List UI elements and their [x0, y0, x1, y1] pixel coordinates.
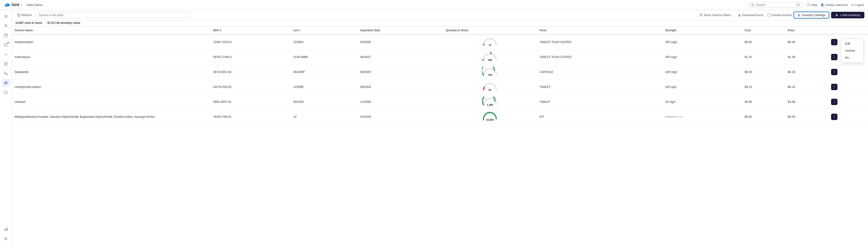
table-row: Acetaminophen71687-3102-412345A03/2028 1… — [12, 34, 868, 50]
sidebar: ⊞ ⚙ — [0, 10, 12, 245]
table-search-input[interactable] — [39, 13, 187, 17]
sidebar-item-grid[interactable]: ⊞ — [2, 12, 10, 20]
col-price[interactable]: Price — [785, 27, 828, 34]
cell-generic-name: Methylprednisolone Acetate, Lidocaine Hy… — [12, 110, 211, 124]
row-actions-button[interactable]: ⋮ — [831, 99, 837, 105]
cell-form: TABLET — [537, 80, 662, 94]
help-nav-item[interactable]: ? Help — [806, 3, 817, 7]
sidebar-item-settings[interactable]: ⚙ — [2, 235, 10, 243]
download-icon — [738, 13, 741, 17]
cell-ndc: 71687-3102-4 — [211, 34, 290, 50]
logout-nav-item[interactable]: ↪ Logout — [851, 3, 864, 7]
cell-cost: $0.98 — [742, 94, 785, 110]
download-excel-button[interactable]: Download Excel — [736, 12, 765, 18]
sidebar-item-folder[interactable] — [2, 88, 10, 96]
inventory-table-container: Generic Name ↑ NDC # Lot # Expiration Da… — [12, 27, 868, 245]
cell-strength: 10 mg/1 — [662, 94, 742, 110]
main-layout: ⊞ ⚙ — [0, 10, 868, 245]
cell-ndc: 59762-2198-3 — [211, 50, 290, 64]
row-actions-button[interactable]: ⋮ — [831, 84, 837, 90]
cell-ndc: 51079-443-20 — [211, 80, 290, 94]
settings-gear-icon — [797, 13, 801, 17]
context-menu-rx[interactable]: Rx — [841, 54, 863, 61]
cell-generic-name: Acetaminophen — [12, 34, 211, 50]
cell-generic-name: Gabapentin — [12, 64, 211, 80]
sidebar-item-documents[interactable] — [2, 60, 10, 68]
inventory-settings-button[interactable]: Inventory Settings — [794, 12, 829, 18]
sidebar-item-calendar[interactable] — [2, 31, 10, 39]
sidebar-item-users[interactable] — [2, 22, 10, 30]
row-actions-button[interactable]: ⋮ — [831, 39, 837, 45]
svg-text:769: 769 — [488, 73, 492, 76]
table-row: Levothyroxine sodium51079-443-2012345B09… — [12, 80, 868, 94]
help-icon: ? — [806, 3, 810, 7]
user-name-label: Ashley Lawrence — [825, 3, 847, 6]
cell-lot: 461346F — [290, 64, 358, 80]
search-shortcut-badge: ⌘K — [795, 3, 801, 6]
refresh-label: Refresh — [22, 13, 32, 17]
row-actions-button[interactable]: ⋮ — [831, 69, 837, 75]
col-cost[interactable]: Cost — [742, 27, 785, 34]
refresh-button[interactable]: Refresh — [16, 12, 34, 18]
table-row: Methylprednisolone Acetate, Lidocaine Hy… — [12, 110, 868, 124]
cell-price: $0.18 — [785, 64, 828, 80]
row-actions-button[interactable]: ⋮ — [831, 54, 837, 60]
cell-cost: $0.13 — [742, 80, 785, 94]
cell-expiration: 11/2026 — [358, 94, 443, 110]
include-archived-toggle[interactable]: Include Archived — [768, 13, 792, 17]
svg-point-16 — [5, 83, 6, 84]
context-menu-archive[interactable]: Archive — [841, 47, 863, 54]
sidebar-item-tasks[interactable] — [2, 50, 10, 58]
logout-arrow-icon: ↪ — [851, 3, 854, 7]
svg-text:12: 12 — [489, 44, 491, 47]
svg-point-5 — [5, 25, 6, 26]
inv-settings-label: Inventory Settings — [802, 13, 826, 17]
logout-label: Logout — [855, 3, 864, 6]
user-profile-nav[interactable]: 👤 Ashley Lawrence — [820, 3, 847, 7]
sidebar-item-phone[interactable] — [2, 69, 10, 78]
inventory-settings-wrapper: Inventory Settings — [794, 12, 829, 18]
svg-text:10,000: 10,000 — [486, 118, 494, 121]
cell-quantity: 12 — [443, 34, 537, 50]
filter-icon — [700, 13, 703, 17]
table-row: Lisinopril0591-0407-0164123D11/2026 1,49… — [12, 94, 868, 110]
context-menu-edit[interactable]: Edit — [841, 40, 863, 47]
col-form[interactable]: Form — [537, 27, 662, 34]
cell-actions: ⋮ — [828, 64, 868, 80]
cell-expiration: 08/2025 — [358, 64, 443, 80]
cell-ndc: 0591-0407-01 — [211, 94, 290, 110]
cell-ndc: 16714-661-02 — [211, 64, 290, 80]
logo-caret-icon[interactable]: ▾ — [21, 3, 22, 6]
col-quantity[interactable]: Quantity In Stock — [443, 27, 537, 34]
workspace-label[interactable]: Sales Demo — [27, 3, 42, 6]
app-logo-text: hint — [12, 2, 19, 7]
row-context-menu: Edit Archive Rx — [841, 38, 864, 63]
sidebar-item-messages[interactable] — [2, 41, 10, 49]
cell-quantity: 490 — [443, 50, 537, 64]
col-strength[interactable]: Strength — [662, 27, 742, 34]
svg-rect-19 — [7, 227, 7, 231]
show-column-filters-button[interactable]: Show Column Filters — [697, 12, 733, 18]
col-lot[interactable]: Lot # — [290, 27, 358, 34]
table-header: Generic Name ↑ NDC # Lot # Expiration Da… — [12, 27, 868, 34]
global-search-input[interactable] — [756, 3, 794, 6]
add-inventory-button[interactable]: + Add Inventory — [831, 12, 864, 18]
col-ndc[interactable]: NDC # — [211, 27, 290, 34]
svg-point-20 — [799, 14, 800, 16]
include-archived-checkbox[interactable] — [768, 13, 771, 17]
col-expiration[interactable]: Expiration Date — [358, 27, 443, 34]
cell-lot: 12 — [290, 110, 358, 124]
sidebar-item-analytics[interactable] — [2, 225, 10, 233]
cell-expiration: 06/2027 — [358, 50, 443, 64]
search-icon — [751, 3, 754, 6]
sidebar-item-inventory[interactable] — [2, 79, 10, 87]
col-generic-name[interactable]: Generic Name ↑ — [12, 27, 211, 34]
units-stat-value: 12,847 units in stock — [16, 21, 42, 25]
cell-expiration: 03/2028 — [358, 34, 443, 50]
cell-quantity: 10,000 — [443, 110, 537, 124]
cell-expiration: 09/2024 — [358, 80, 443, 94]
row-actions-button[interactable]: ⋮ — [831, 114, 837, 120]
table-search-bar[interactable] — [36, 12, 190, 18]
global-search-bar[interactable]: ⌘K — [749, 2, 803, 8]
svg-rect-18 — [5, 228, 6, 231]
